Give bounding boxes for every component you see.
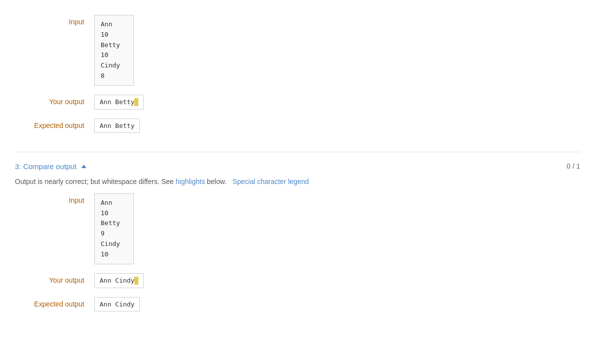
input-box-1: Ann 10 Betty 10 Cindy 8 — [94, 15, 134, 86]
input-line: 10 — [101, 30, 127, 40]
expected-output-label-1: Expected output — [15, 119, 94, 129]
chevron-up-icon — [81, 165, 86, 168]
input-label-1: Input — [15, 15, 94, 26]
your-output-row-1: Your output Ann Betty — [15, 95, 580, 110]
message-prefix: Output is nearly correct; but whitespace… — [15, 178, 176, 185]
page-container: Input Ann 10 Betty 10 Cindy 8 Your outpu… — [0, 0, 595, 340]
input-line: Cindy — [101, 239, 127, 249]
input-line: Cindy — [101, 61, 127, 71]
highlights-word: highlights — [176, 178, 205, 185]
message-suffix: below. — [205, 178, 227, 185]
expected-output-box-2: Ann Cindy — [94, 297, 140, 311]
input-label-2: Input — [15, 193, 94, 204]
compare-message: Output is nearly correct; but whitespace… — [15, 178, 580, 185]
input-line: 10 — [101, 208, 127, 219]
expected-output-label-2: Expected output — [15, 297, 94, 308]
section-2: Input Ann 10 Betty 10 Cindy 8 Your outpu… — [15, 10, 580, 152]
input-line: Betty — [101, 40, 127, 51]
your-output-box-1: Ann Betty — [94, 95, 144, 110]
input-line: 10 — [101, 249, 127, 260]
expected-output-box-1: Ann Betty — [94, 119, 140, 133]
input-row-1: Input Ann 10 Betty 10 Cindy 8 — [15, 15, 580, 86]
highlight-marker-1 — [134, 98, 138, 106]
input-line: 8 — [101, 71, 127, 81]
expected-output-text-1: Ann Betty — [100, 122, 134, 129]
your-output-row-2: Your output Ann Cindy — [15, 273, 580, 288]
input-line: Ann — [101, 198, 127, 208]
section-3-header: 3: Compare output 0 / 1 — [15, 162, 580, 171]
input-box-2: Ann 10 Betty 9 Cindy 10 — [94, 193, 134, 264]
your-output-label-2: Your output — [15, 273, 94, 284]
input-line: 9 — [101, 229, 127, 239]
score-badge: 0 / 1 — [567, 162, 580, 170]
input-line: 10 — [101, 50, 127, 61]
special-character-legend-link[interactable]: Special character legend — [233, 178, 309, 185]
expected-output-row-1: Expected output Ann Betty — [15, 119, 580, 133]
your-output-text-2: Ann Cindy — [100, 277, 134, 284]
highlight-marker-2 — [134, 277, 138, 285]
expected-output-row-2: Expected output Ann Cindy — [15, 297, 580, 311]
your-output-text-1: Ann Betty — [100, 98, 134, 106]
section-3: 3: Compare output 0 / 1 Output is nearly… — [15, 152, 580, 330]
your-output-label-1: Your output — [15, 95, 94, 106]
input-line: Betty — [101, 218, 127, 229]
section-3-title-text: 3: Compare output — [15, 162, 76, 171]
your-output-box-2: Ann Cindy — [94, 273, 144, 288]
expected-output-text-2: Ann Cindy — [100, 301, 134, 308]
input-row-2: Input Ann 10 Betty 9 Cindy 10 — [15, 193, 580, 264]
input-line: Ann — [101, 19, 127, 30]
section-3-title[interactable]: 3: Compare output — [15, 162, 86, 171]
